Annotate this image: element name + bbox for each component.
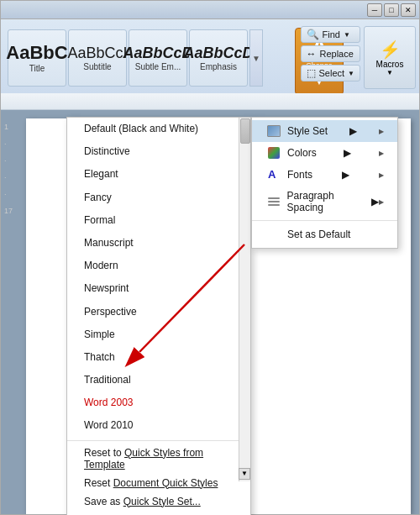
reset-quick-styles-item[interactable]: Reset to Quick Styles from Template [67, 444, 250, 474]
style-emphasis-label: Emphasis [200, 62, 237, 71]
menu-item-word2003[interactable]: Word 2003 [67, 392, 250, 414]
menu-item-default[interactable]: Default (Black and White) [67, 118, 250, 140]
submenu-colors-arrow: ▶ [344, 147, 351, 159]
ruler [1, 93, 419, 110]
ribbon: AaBbC Title AaBbCcI Subtitle AaBbCcD Sub… [1, 19, 419, 112]
find-dropdown-arrow: ▼ [344, 31, 350, 39]
submenu-paragraph-spacing[interactable]: Paragraph Spacing ▶ [252, 186, 397, 218]
style-subtitle-btn[interactable]: AaBbCcI Subtitle [68, 29, 127, 87]
fonts-icon: A [265, 168, 282, 181]
macros-button[interactable]: ⚡ Macros ▼ [364, 26, 416, 89]
menu-item-modern[interactable]: Modern [67, 255, 250, 277]
binoculars-icon: 🔍 [307, 29, 319, 40]
minimize-button[interactable]: ─ [367, 3, 382, 17]
select-button[interactable]: ⬚ Select ▼ [301, 65, 361, 81]
macros-arrow: ▼ [386, 69, 393, 76]
save-as-quick-item[interactable]: Save as Quick Style Set... [67, 492, 250, 511]
menu-item-simple[interactable]: Simple [67, 323, 250, 346]
style-subtleem-label: Subtle Em... [135, 62, 181, 71]
menu-scrollbar[interactable] [239, 118, 250, 481]
submenu-fonts-arrow: ▶ [342, 169, 349, 181]
paragraph-icon [265, 195, 282, 208]
style-title-preview: AaBbC [6, 44, 67, 62]
menu-item-thatch[interactable]: Thatch [67, 346, 250, 369]
select-icon: ⬚ [307, 67, 316, 79]
title-bar: ─ □ ✕ [1, 1, 419, 19]
select-dropdown-arrow: ▼ [348, 70, 354, 77]
style-title-label: Title [29, 64, 45, 73]
submenu-paragraph-arrow: ▶ [371, 196, 379, 208]
style-subtitle-label: Subtitle [83, 62, 111, 71]
reset-doc-styles-item[interactable]: Reset Document Quick Styles [67, 474, 250, 492]
style-subtleem-preview: AaBbCcD [123, 45, 193, 60]
menu-divider [67, 440, 250, 441]
styles-scroll-button[interactable]: ▼ [249, 29, 263, 87]
submenu-style-set[interactable]: Style Set ▶ [252, 120, 397, 142]
menu-item-manuscript[interactable]: Manuscript [67, 232, 250, 255]
menu-item-formal[interactable]: Formal [67, 209, 250, 232]
restore-button[interactable]: □ [384, 3, 399, 17]
colors-icon [265, 146, 282, 160]
menu-item-word2010[interactable]: Word 2010 [67, 414, 250, 437]
macros-label: Macros [376, 60, 404, 69]
find-button[interactable]: 🔍 Find ▼ [301, 26, 361, 43]
menu-item-distinctive[interactable]: Distinctive [67, 140, 250, 163]
submenu-set-default[interactable]: Set as Default [252, 223, 397, 245]
style-emphasis-preview: AaBbCcD [184, 45, 254, 60]
change-styles-submenu: Style Set ▶ Colors ▶ A Fonts ▶ [251, 117, 398, 249]
menu-item-perspective[interactable]: Perspective [67, 301, 250, 323]
style-subtleem-btn[interactable]: AaBbCcD Subtle Em... [129, 29, 187, 87]
menu-item-fancy[interactable]: Fancy [67, 187, 250, 209]
margin-numbers: 1··· ·17 [4, 118, 13, 219]
ruler-marks [1, 93, 419, 109]
menu-scroll-down[interactable]: ▼ [239, 468, 250, 480]
quick-styles-row: AaBbC Title AaBbCcI Subtitle AaBbCcD Sub… [4, 23, 419, 90]
style-title-btn[interactable]: AaBbC Title [8, 29, 66, 87]
menu-item-traditional[interactable]: Traditional [67, 369, 250, 392]
menu-item-newsprint[interactable]: Newsprint [67, 277, 250, 300]
macros-icon: ⚡ [380, 39, 401, 60]
submenu-divider [252, 220, 397, 221]
close-button[interactable]: ✕ [401, 3, 416, 17]
menu-item-elegant[interactable]: Elegant [67, 163, 250, 186]
set-default-icon [265, 228, 282, 241]
menu-dots: ... [67, 511, 250, 515]
style-emphasis-btn[interactable]: AaBbCcD Emphasis [189, 29, 248, 87]
submenu-arrow: ▶ [349, 125, 357, 137]
style-subtitle-preview: AaBbCcI [67, 45, 127, 60]
window: ─ □ ✕ AaBbC Title AaBbCcI Subtitle AaBbC… [0, 0, 420, 515]
replace-button[interactable]: ↔ Replace [301, 45, 361, 62]
style-set-menu: ▲ Default (Black and White)DistinctiveEl… [66, 117, 251, 515]
styleset-icon [265, 124, 282, 138]
submenu-fonts[interactable]: A Fonts ▶ [252, 164, 397, 186]
submenu-colors[interactable]: Colors ▶ [252, 142, 397, 164]
menu-scrollbar-thumb[interactable] [240, 118, 250, 144]
replace-icon: ↔ [307, 48, 317, 60]
